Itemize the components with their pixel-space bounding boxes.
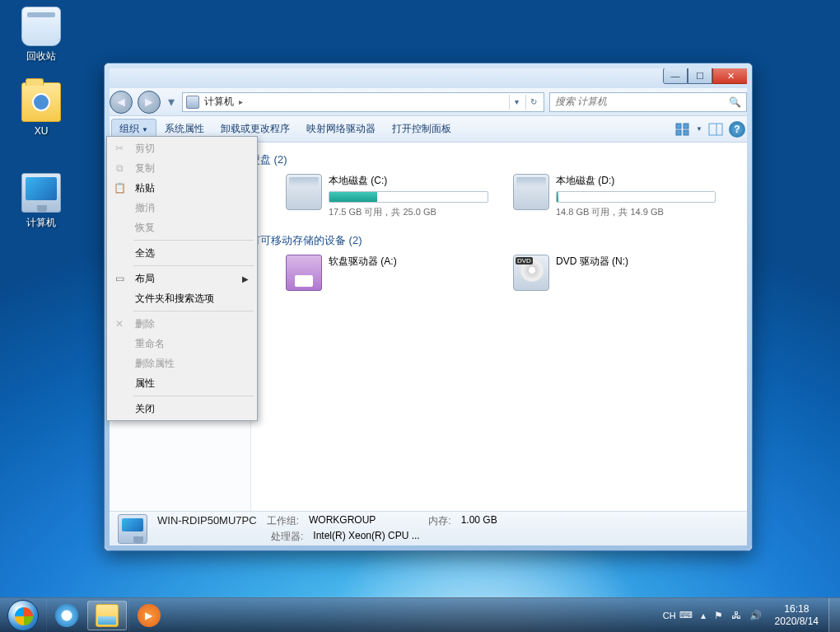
refresh-button[interactable]: ↻ (525, 95, 540, 110)
drive-c[interactable]: 本地磁盘 (C:) 17.5 GB 可用，共 25.0 GB (286, 174, 488, 218)
computer-name: WIN-RDIP50MU7PC (157, 514, 257, 528)
ie-icon (55, 604, 78, 627)
menu-close[interactable]: 关闭 (109, 399, 255, 419)
address-text: 计算机 (204, 95, 234, 109)
computer-small-icon (186, 96, 199, 109)
copy-icon: ⧉ (112, 161, 127, 176)
svg-rect-4 (709, 124, 722, 135)
forward-button[interactable]: ► (138, 91, 161, 114)
address-arrow-icon[interactable]: ▸ (239, 97, 243, 106)
hdd-icon (286, 174, 322, 210)
drive-n[interactable]: DVD 驱动器 (N:) (513, 255, 716, 291)
menu-separator (133, 396, 254, 396)
delete-icon: ✕ (112, 316, 127, 331)
close-button[interactable]: ✕ (712, 68, 749, 84)
svg-rect-0 (676, 124, 681, 129)
view-mode-button[interactable] (673, 120, 693, 138)
folder-icon (21, 82, 61, 122)
drive-a[interactable]: 软盘驱动器 (A:) (286, 255, 488, 291)
memory-label: 内存: (428, 514, 450, 528)
cpu-value: Intel(R) Xeon(R) CPU ... (313, 530, 419, 544)
svg-rect-1 (684, 124, 688, 129)
drive-d[interactable]: 本地磁盘 (D:) 14.8 GB 可用，共 14.9 GB (513, 174, 716, 218)
network-icon[interactable]: 🖧 (731, 610, 741, 621)
svg-rect-3 (684, 130, 688, 135)
volume-icon[interactable]: 🔊 (749, 610, 762, 621)
computer-icon (21, 173, 61, 213)
desktop-icon-recycle-bin[interactable]: 回收站 (10, 7, 72, 63)
drive-c-free: 17.5 GB 可用，共 25.0 GB (329, 206, 488, 218)
group-header-removable: 有可移动存储的设备 (2) (261, 230, 737, 255)
submenu-arrow-icon: ▶ (242, 274, 249, 283)
user-overlay-icon (32, 93, 50, 111)
content-pane[interactable]: 硬盘 (2) 本地磁盘 (C:) 17.5 GB 可用，共 25.0 GB (251, 143, 747, 511)
nav-history-dropdown[interactable]: ▾ (166, 91, 177, 114)
titlebar[interactable]: — ☐ ✕ (105, 63, 752, 88)
dvd-icon (513, 255, 549, 291)
menu-rename: 重命名 (109, 334, 255, 353)
clipboard-icon: 📋 (112, 180, 127, 195)
clock[interactable]: 16:18 2020/8/14 (770, 603, 824, 628)
group-header-hdd: 硬盘 (2) (261, 149, 737, 174)
taskbar-pin-ie[interactable] (46, 599, 86, 632)
desktop-wallpaper[interactable]: 回收站 XU 计算机 — ☐ ✕ ◄ ► ▾ 计算机 ▸ ▾ ↻ (0, 0, 840, 632)
search-input[interactable]: 搜索 计算机 🔍 (549, 92, 747, 112)
address-bar[interactable]: 计算机 ▸ ▾ ↻ (182, 92, 544, 112)
taskbar-pin-explorer[interactable] (87, 601, 127, 630)
menu-separator (133, 240, 254, 241)
map-drive-button[interactable]: 映射网络驱动器 (298, 119, 384, 139)
menu-layout[interactable]: ▭布局▶ (109, 269, 255, 288)
drive-c-label: 本地磁盘 (C:) (329, 174, 488, 188)
drive-n-label: DVD 驱动器 (N:) (556, 255, 716, 269)
recycle-bin-label: 回收站 (10, 49, 72, 63)
menu-redo: 恢复 (109, 218, 255, 237)
start-button[interactable] (0, 598, 46, 633)
menu-cut: ✂剪切 (109, 138, 255, 158)
desktop-icon-computer[interactable]: 计算机 (10, 173, 72, 230)
media-player-icon (138, 604, 161, 627)
system-tray: CH⌨ ▴ ⚑ 🖧 🔊 16:18 2020/8/14 (658, 598, 828, 632)
search-placeholder: 搜索 计算机 (555, 95, 607, 109)
menu-properties[interactable]: 属性 (109, 373, 255, 393)
menu-remove-properties: 删除属性 (109, 353, 255, 373)
view-dropdown[interactable]: ▼ (696, 125, 702, 133)
maximize-button[interactable]: ☐ (688, 68, 712, 84)
scissors-icon: ✂ (112, 141, 127, 156)
desktop-icon-folder-xu[interactable]: XU (10, 82, 72, 137)
recycle-bin-icon (21, 7, 61, 46)
minimize-button[interactable]: — (663, 68, 688, 84)
details-pane: WIN-RDIP50MU7PC 工作组: WORKGROUP 内存: 1.00 … (110, 511, 747, 545)
clock-time: 16:18 (775, 603, 819, 616)
menu-separator (133, 265, 254, 266)
drive-d-label: 本地磁盘 (D:) (556, 174, 716, 188)
navigation-row: ◄ ► ▾ 计算机 ▸ ▾ ↻ 搜索 计算机 🔍 (105, 88, 752, 116)
drive-c-capacity-bar (329, 191, 488, 203)
organize-menu: ✂剪切 ⧉复制 📋粘贴 撤消 恢复 全选 ▭布局▶ 文件夹和搜索选项 ✕删除 重… (106, 136, 258, 421)
computer-detail-icon (118, 514, 147, 544)
menu-folder-options[interactable]: 文件夹和搜索选项 (109, 288, 255, 308)
back-button[interactable]: ◄ (110, 91, 133, 114)
hdd-icon (513, 174, 549, 210)
search-icon: 🔍 (729, 96, 741, 108)
tray-chevron-icon[interactable]: ▴ (701, 610, 706, 621)
drive-a-label: 软盘驱动器 (A:) (329, 255, 488, 269)
preview-pane-button[interactable] (706, 120, 726, 138)
address-dropdown[interactable]: ▾ (509, 95, 524, 110)
show-desktop-button[interactable] (828, 598, 840, 633)
computer-label: 计算机 (10, 216, 72, 230)
action-center-icon[interactable]: ⚑ (714, 610, 723, 621)
floppy-icon (286, 255, 322, 291)
windows-orb-icon (7, 600, 39, 631)
menu-paste[interactable]: 📋粘贴 (109, 178, 255, 198)
menu-separator (133, 311, 254, 311)
explorer-icon (96, 604, 119, 627)
drive-d-free: 14.8 GB 可用，共 14.9 GB (556, 206, 716, 218)
help-button[interactable]: ? (729, 121, 745, 138)
svg-rect-2 (676, 130, 681, 135)
taskbar-pin-wmp[interactable] (128, 599, 168, 632)
menu-select-all[interactable]: 全选 (109, 243, 255, 263)
control-panel-button[interactable]: 打开控制面板 (384, 119, 460, 139)
language-indicator[interactable]: CH⌨ (663, 610, 693, 620)
taskbar: CH⌨ ▴ ⚑ 🖧 🔊 16:18 2020/8/14 (0, 597, 840, 632)
keyboard-icon: ⌨ (679, 610, 693, 620)
